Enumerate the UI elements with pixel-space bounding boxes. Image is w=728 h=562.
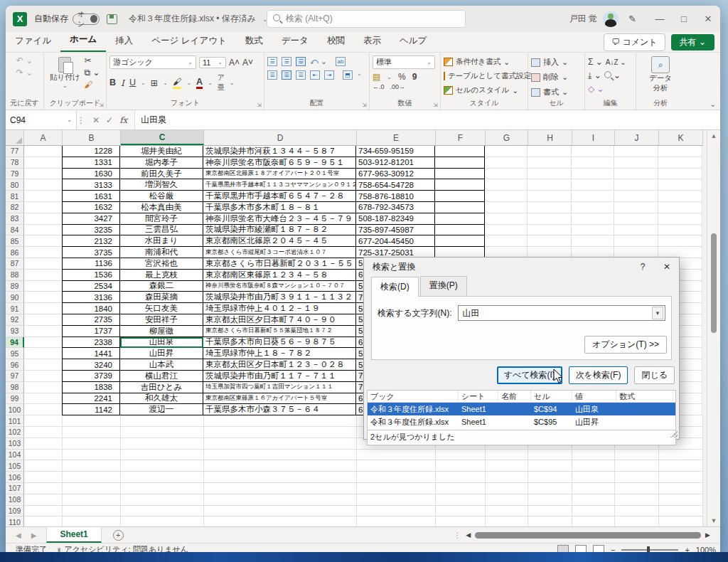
cell-F80[interactable]: [435, 179, 485, 191]
cell-B108[interactable]: [63, 494, 121, 506]
results-header-5[interactable]: 数式: [616, 391, 673, 402]
cell-E80[interactable]: 758-654-54728: [356, 179, 435, 191]
cell-G104[interactable]: [486, 450, 528, 461]
cell-H110[interactable]: [528, 516, 572, 526]
cell-K108[interactable]: [659, 494, 703, 506]
cell-G79[interactable]: [485, 169, 528, 180]
cell-A106[interactable]: [24, 472, 63, 483]
cell-C86[interactable]: 南浦和代: [120, 247, 203, 258]
font-color-button[interactable]: A: [196, 77, 203, 89]
find-select-button[interactable]: ⌄: [604, 70, 621, 80]
dialog-help-button[interactable]: ?: [631, 258, 655, 276]
cell-A83[interactable]: [24, 213, 63, 225]
user-avatar[interactable]: [603, 11, 619, 27]
cell-F83[interactable]: [435, 213, 485, 225]
result-row[interactable]: 令和３年度住所録.xlsxSheet1$C$94山田泉: [368, 403, 675, 415]
cell-J84[interactable]: [614, 225, 658, 236]
cell-J110[interactable]: [615, 516, 659, 526]
cell-C82[interactable]: 松本真由美: [120, 202, 203, 213]
cell-J107[interactable]: [615, 483, 659, 494]
result-row[interactable]: 令和３年度住所録.xlsxSheet1$C$95山田昇: [368, 415, 675, 428]
row-header-83[interactable]: 83: [6, 213, 24, 225]
cell-K104[interactable]: [659, 450, 703, 461]
clipboard-launcher-icon[interactable]: ⇲: [99, 102, 104, 108]
fill-color-button[interactable]: 🖌: [173, 77, 182, 89]
ribbon-tab-0[interactable]: ファイル: [6, 31, 60, 52]
cell-A105[interactable]: [24, 460, 63, 472]
cell-B90[interactable]: 3136: [62, 292, 120, 303]
cell-A91[interactable]: [24, 303, 63, 314]
cell-styles-button[interactable]: セルのスタイル ⌄: [444, 85, 525, 95]
cell-H107[interactable]: [528, 483, 572, 494]
borders-button[interactable]: ⊞: [151, 78, 158, 88]
cell-D98[interactable]: 埼玉県加賀市四つ葉町１吉田マンション１１１: [203, 382, 356, 393]
cell-F106[interactable]: [436, 472, 486, 483]
minimize-button[interactable]: —: [648, 6, 672, 32]
cell-F79[interactable]: [435, 169, 485, 180]
vertical-scroll-thumb[interactable]: [711, 233, 717, 333]
row-header-91[interactable]: 91: [6, 303, 24, 314]
cell-B92[interactable]: 2735: [62, 314, 120, 326]
cell-E106[interactable]: [357, 472, 436, 483]
align-right-button[interactable]: ☰: [296, 70, 306, 80]
cell-A77[interactable]: [24, 146, 63, 157]
maximize-button[interactable]: □: [672, 6, 696, 32]
cell-B98[interactable]: 1838: [62, 382, 120, 393]
cell-H77[interactable]: [528, 146, 572, 157]
row-header-82[interactable]: 82: [6, 202, 24, 213]
cell-F105[interactable]: [436, 460, 486, 472]
cell-C96[interactable]: 山本武: [120, 359, 203, 371]
combo-dropdown-icon[interactable]: ▼: [652, 307, 663, 319]
cell-C110[interactable]: [121, 516, 204, 526]
cell-C95[interactable]: 山田昇: [120, 348, 203, 359]
document-title[interactable]: 令和３年度住所録.xlsx • 保存済み ⌄: [129, 13, 267, 25]
row-header-100[interactable]: 100: [6, 404, 24, 415]
cell-D89[interactable]: 神奈川県蛍名市阪奈町８森マンション１０－７０７: [203, 281, 356, 292]
close-button[interactable]: ✕: [696, 6, 720, 32]
cell-K80[interactable]: [658, 179, 702, 191]
cell-D95[interactable]: 埼玉県緑市仲上１８－７８２: [203, 348, 356, 359]
hscroll-left-icon[interactable]: ◀: [466, 531, 471, 539]
cell-C88[interactable]: 最上克枝: [120, 270, 203, 281]
cell-B81[interactable]: 1631: [62, 191, 120, 202]
row-header-84[interactable]: 84: [6, 225, 24, 236]
row-header-103[interactable]: 103: [6, 438, 24, 450]
cell-C103[interactable]: [121, 438, 204, 450]
cell-G77[interactable]: [485, 146, 528, 157]
font-launcher-icon[interactable]: ⇲: [257, 102, 262, 108]
cell-B102[interactable]: [63, 427, 121, 438]
cell-E77[interactable]: 734-659-95159: [356, 146, 435, 157]
pen-mode-icon[interactable]: ✎: [628, 14, 636, 24]
cell-B79[interactable]: 1630: [62, 169, 120, 180]
row-header-105[interactable]: 105: [6, 460, 24, 472]
cell-C79[interactable]: 前田久美子: [120, 169, 203, 180]
cell-B95[interactable]: 1441: [62, 348, 120, 359]
cell-D99[interactable]: 東京都南区東篠原１６アカイアパート５号室: [203, 393, 356, 405]
results-header-2[interactable]: 名前: [498, 391, 531, 402]
cell-A82[interactable]: [24, 202, 63, 213]
cell-C106[interactable]: [121, 472, 204, 483]
cell-J104[interactable]: [615, 450, 659, 461]
sort-filter-button[interactable]: A↓Z ⌄: [606, 58, 626, 66]
cell-D104[interactable]: [204, 450, 357, 461]
column-header-E[interactable]: E: [357, 130, 436, 145]
accounting-format-button[interactable]: ▤: [373, 72, 380, 82]
row-header-87[interactable]: 87: [6, 258, 24, 270]
share-button[interactable]: 共有 ⌄: [671, 34, 714, 51]
cell-D90[interactable]: 茨城県染井市由乃町３９１１－１１３２: [203, 292, 356, 303]
cell-A97[interactable]: [24, 371, 63, 382]
results-header-3[interactable]: セル: [531, 391, 572, 402]
phonetic-button[interactable]: ア亜: [218, 73, 225, 92]
cell-A79[interactable]: [24, 169, 63, 180]
cell-H108[interactable]: [528, 494, 572, 506]
cell-G78[interactable]: [485, 157, 528, 169]
row-header-85[interactable]: 85: [6, 235, 24, 247]
cell-A95[interactable]: [24, 348, 63, 359]
row-header-107[interactable]: 107: [6, 483, 24, 494]
cell-E104[interactable]: [357, 450, 436, 461]
horizontal-scrollbar[interactable]: ⋮ ◀ ▶: [454, 530, 710, 540]
cell-E105[interactable]: [357, 460, 436, 472]
horizontal-scroll-thumb[interactable]: [475, 532, 701, 539]
cell-E81[interactable]: 758-876-18810: [356, 191, 435, 202]
cell-D77[interactable]: 茨城県染井市河萩１３４４－５８７: [203, 146, 356, 157]
